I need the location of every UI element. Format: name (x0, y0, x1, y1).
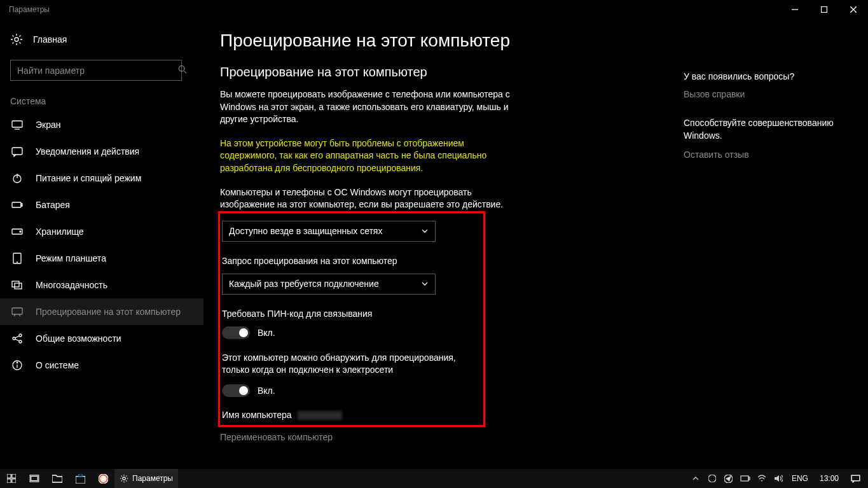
settings-taskbar-button[interactable]: Параметры (114, 469, 178, 488)
svg-rect-46 (851, 475, 860, 481)
sidebar-item-label: Питание и спящий режим (36, 173, 141, 183)
notifications-icon (11, 146, 23, 157)
minimize-button[interactable] (780, 0, 809, 19)
pc-name-label: Имя компьютера (222, 410, 292, 420)
clock[interactable]: 13:00 (815, 474, 844, 483)
sidebar-item-label: Батарея (36, 200, 70, 210)
sidebar-item-battery[interactable]: Батарея (0, 192, 203, 218)
sidebar-item-label: Многозадачность (36, 280, 107, 290)
sidebar-item-label: Экран (36, 120, 61, 130)
start-button[interactable] (0, 469, 23, 488)
section-heading: Система (0, 96, 203, 111)
project-icon (11, 306, 23, 317)
home-button[interactable]: Главная (0, 27, 203, 52)
improve-heading: Способствуйте совершенствованию Windows. (684, 117, 855, 142)
allow-label: Компьютеры и телефоны с ОС Windows могут… (220, 186, 513, 211)
toggle-state-label: Вкл. (258, 386, 275, 396)
pc-name-row: Имя компьютера (222, 410, 476, 420)
svg-line-24 (15, 336, 19, 338)
tray-battery-icon[interactable] (738, 469, 752, 488)
store-button[interactable] (69, 469, 92, 488)
sidebar: Главная Система Экран Уведомления и дейс… (0, 19, 203, 469)
taskbar: Параметры ENG 13:00 (0, 469, 868, 488)
page-title: Проецирование на этот компьютер (220, 31, 658, 51)
svg-rect-36 (78, 474, 82, 477)
chevron-down-icon (421, 280, 429, 288)
pin-label: Требовать ПИН-код для связывания (222, 309, 476, 319)
toggle-state-label: Вкл. (258, 328, 275, 338)
close-button[interactable] (839, 0, 868, 19)
warning-text: На этом устройстве могут быть проблемы с… (220, 137, 513, 175)
search-input[interactable] (10, 60, 182, 81)
sidebar-item-projecting[interactable]: Проецирование на этот компьютер (0, 298, 203, 325)
system-tray: ENG 13:00 (689, 469, 864, 488)
ask-dropdown[interactable]: Каждый раз требуется подключение (222, 274, 436, 295)
sidebar-item-notifications[interactable]: Уведомления и действия (0, 138, 203, 165)
description: Вы можете проецировать изображение с тел… (220, 88, 513, 126)
tray-icon[interactable] (705, 469, 719, 488)
svg-line-25 (15, 339, 19, 341)
action-center-button[interactable] (846, 469, 864, 488)
shared-icon (11, 333, 23, 344)
maximize-button[interactable] (809, 0, 839, 19)
discover-toggle[interactable] (222, 384, 250, 397)
svg-point-41 (123, 477, 125, 480)
svg-point-42 (708, 475, 716, 482)
sidebar-item-label: О системе (36, 360, 79, 370)
svg-rect-20 (12, 308, 22, 314)
svg-rect-31 (7, 479, 11, 483)
svg-rect-12 (12, 202, 21, 207)
sidebar-item-tablet[interactable]: Режим планшета (0, 245, 203, 272)
file-explorer-button[interactable] (46, 469, 69, 488)
sidebar-item-label: Проецирование на этот компьютер (36, 307, 181, 317)
right-panel: У вас появились вопросы? Вызов справки С… (684, 19, 868, 469)
pin-toggle[interactable] (222, 326, 250, 339)
section-title: Проецирование на этот компьютер (220, 65, 658, 80)
sidebar-item-label: Уведомления и действия (36, 146, 139, 157)
task-view-button[interactable] (23, 469, 46, 488)
svg-rect-35 (76, 476, 85, 483)
svg-point-40 (102, 477, 104, 480)
discover-label: Этот компьютер можно обнаружить для прое… (222, 352, 476, 377)
sidebar-item-storage[interactable]: Хранилище (0, 218, 203, 245)
sidebar-item-label: Общие возможности (36, 333, 121, 344)
dropdown-value: Доступно везде в защищенных сетях (229, 226, 382, 236)
svg-rect-45 (748, 477, 750, 480)
tray-wifi-icon[interactable] (755, 469, 769, 488)
tray-volume-icon[interactable] (771, 469, 785, 488)
window-title: Параметры (9, 5, 50, 14)
svg-rect-30 (12, 474, 16, 478)
svg-rect-34 (31, 477, 38, 481)
feedback-link[interactable]: Оставить отзыв (684, 150, 855, 160)
svg-rect-7 (12, 121, 22, 127)
svg-point-15 (20, 231, 21, 232)
tray-telegram-icon[interactable] (722, 469, 736, 488)
tray-expand-button[interactable] (689, 469, 703, 488)
display-icon (11, 119, 23, 130)
sidebar-item-multitask[interactable]: Многозадачность (0, 272, 203, 298)
gear-icon (10, 33, 23, 46)
sidebar-item-display[interactable]: Экран (0, 111, 203, 138)
svg-rect-13 (21, 204, 22, 206)
sidebar-item-about[interactable]: О системе (0, 352, 203, 379)
help-link[interactable]: Вызов справки (684, 89, 855, 99)
svg-point-4 (15, 38, 18, 41)
sidebar-item-shared[interactable]: Общие возможности (0, 325, 203, 352)
home-label: Главная (33, 34, 67, 45)
pc-name-value-redacted (298, 411, 342, 420)
chrome-button[interactable] (92, 469, 114, 488)
search-icon (178, 65, 187, 76)
svg-point-22 (19, 334, 22, 337)
settings-highlight-box: Доступно везде в защищенных сетях Запрос… (218, 211, 485, 427)
svg-point-21 (13, 337, 15, 340)
svg-rect-1 (822, 7, 827, 13)
language-indicator[interactable]: ENG (788, 474, 812, 483)
availability-dropdown[interactable]: Доступно везде в защищенных сетях (222, 221, 436, 242)
dropdown-value: Каждый раз требуется подключение (229, 279, 379, 289)
taskbar-app-label: Параметры (132, 474, 173, 483)
sidebar-item-label: Хранилище (36, 227, 84, 237)
rename-pc-link[interactable]: Переименовать компьютер (220, 432, 658, 442)
multitask-icon (11, 279, 23, 291)
svg-rect-32 (12, 479, 16, 483)
sidebar-item-power[interactable]: Питание и спящий режим (0, 165, 203, 192)
